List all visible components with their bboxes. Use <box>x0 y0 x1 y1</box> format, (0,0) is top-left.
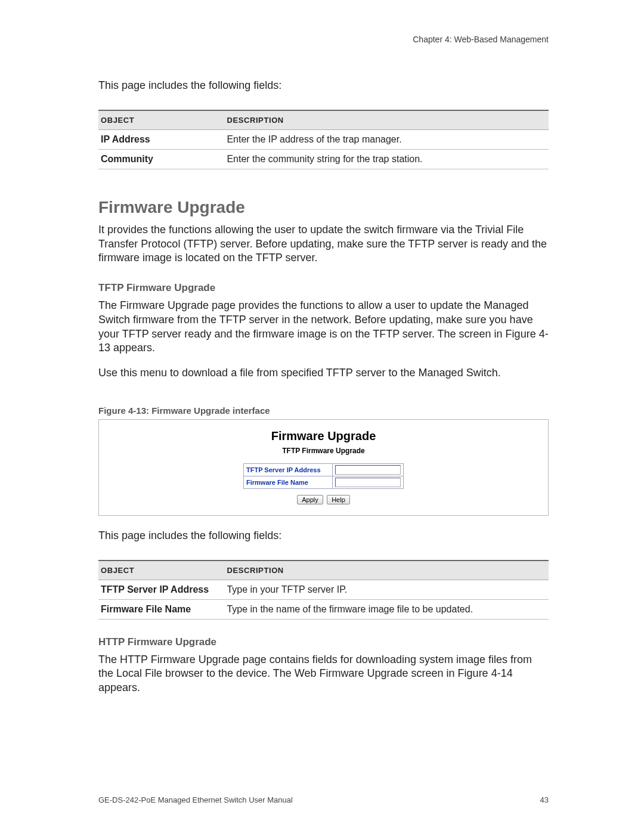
figure-firmware-upgrade: Firmware Upgrade TFTP Firmware Upgrade T… <box>98 419 549 516</box>
figure-input-table: TFTP Server IP Address Firmware File Nam… <box>243 463 404 489</box>
intro-text-1: This page includes the following fields: <box>98 79 549 93</box>
table-row: Community Enter the community string for… <box>98 149 549 169</box>
table1-header-description: DESCRIPTION <box>224 110 549 130</box>
fields-table-2: OBJECT DESCRIPTION TFTP Server IP Addres… <box>98 560 549 620</box>
subsection-tftp-firmware-upgrade: TFTP Firmware Upgrade <box>98 282 549 294</box>
table1-row0-description: Enter the IP address of the trap manager… <box>224 129 549 149</box>
tftp-paragraph-1: The Firmware Upgrade page provides the f… <box>98 299 549 355</box>
table2-header-description: DESCRIPTION <box>224 561 549 580</box>
intro-text-2: This page includes the following fields: <box>98 529 549 543</box>
tftp-server-ip-input[interactable] <box>335 465 401 475</box>
tftp-paragraph-2: Use this menu to download a file from sp… <box>98 366 549 380</box>
figure-caption: Figure 4-13: Firmware Upgrade interface <box>98 405 549 416</box>
figure-title: Firmware Upgrade <box>234 429 413 443</box>
table1-row0-object: IP Address <box>98 129 224 149</box>
table2-row0-object: TFTP Server IP Address <box>98 580 224 599</box>
figure-row0-label: TFTP Server IP Address <box>244 463 333 476</box>
firmware-file-name-input[interactable] <box>335 478 401 487</box>
apply-button[interactable]: Apply <box>297 495 323 504</box>
help-button[interactable]: Help <box>327 495 350 504</box>
table1-row1-description: Enter the community string for the trap … <box>224 149 549 169</box>
table1-header-object: OBJECT <box>98 110 224 130</box>
table2-header-object: OBJECT <box>98 561 224 580</box>
chapter-header: Chapter 4: Web-Based Management <box>98 35 549 44</box>
footer-page-number: 43 <box>540 795 549 804</box>
section-title-firmware-upgrade: Firmware Upgrade <box>98 198 549 217</box>
table2-row1-description: Type in the name of the firmware image f… <box>224 599 549 619</box>
table2-row0-description: Type in your TFTP server IP. <box>224 580 549 599</box>
figure-row1-label: Firmware File Name <box>244 476 333 488</box>
footer-left: GE-DS-242-PoE Managed Ethernet Switch Us… <box>98 795 293 804</box>
table-row: Firmware File Name Type in the name of t… <box>98 599 549 619</box>
table2-row1-object: Firmware File Name <box>98 599 224 619</box>
section-intro: It provides the functions allowing the u… <box>98 223 549 265</box>
table-row: TFTP Server IP Address Type in your TFTP… <box>98 580 549 599</box>
fields-table-1: OBJECT DESCRIPTION IP Address Enter the … <box>98 110 549 169</box>
http-paragraph: The HTTP Firmware Upgrade page contains … <box>98 653 549 695</box>
subsection-http-firmware-upgrade: HTTP Firmware Upgrade <box>98 636 549 648</box>
table1-row1-object: Community <box>98 149 224 169</box>
figure-subtitle: TFTP Firmware Upgrade <box>234 447 413 455</box>
table-row: IP Address Enter the IP address of the t… <box>98 129 549 149</box>
